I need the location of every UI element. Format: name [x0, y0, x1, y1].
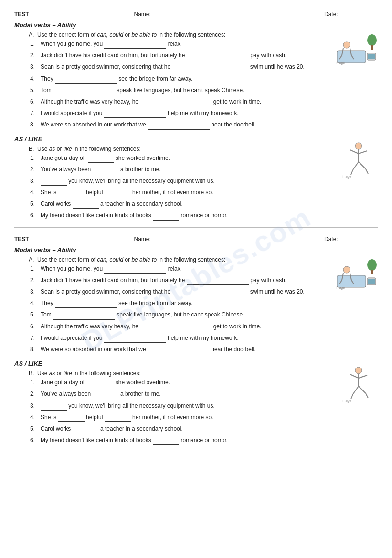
modal-item-1-2: Jack didn't have his credit card on him,…: [41, 51, 378, 60]
section-1: TEST Name: Date: Modal verbs – Ability: [14, 10, 378, 221]
as-like-title-2: AS / LIKE: [14, 360, 378, 367]
part-b-instruction-1: B. Use as or like in the following sente…: [29, 146, 378, 152]
svg-line-33: [350, 374, 359, 378]
as-like-item-2-2: You've always been a brother to me.: [41, 390, 378, 399]
as-like-item-1-2: You've always been a brother to me.: [41, 165, 378, 174]
test-label-2: TEST: [14, 236, 29, 242]
as-like-item-1-3: you know, we'll bring all the necessary …: [41, 177, 378, 186]
as-like-item-1-5: Carol works a teacher in a secondary sch…: [41, 200, 378, 209]
as-like-item-1-6: My friend doesn't like certain kinds of …: [41, 211, 378, 220]
modal-item-2-8: We were so absorbed in our work that we …: [41, 345, 378, 354]
svg-line-13: [350, 150, 359, 154]
as-like-item-2-6: My friend doesn't like certain kinds of …: [41, 436, 378, 445]
modal-item-1-5: Tom speak five languages, but he can't s…: [41, 86, 378, 95]
name-field-1: Name:: [134, 10, 219, 18]
section-2: TEST Name: Date: Modal verbs – Ability i…: [14, 234, 378, 445]
as-like-item-2-3: you know, we'll bring all the necessary …: [41, 401, 378, 411]
as-like-list-2: Jane got a day off she worked overtime. …: [41, 378, 378, 445]
date-field-2: Date:: [324, 234, 378, 242]
as-like-section-2: AS / LIKE image B. Use as or like in the…: [14, 360, 378, 445]
as-like-section-1: AS / LIKE image B. Use as or like in the…: [14, 136, 378, 221]
modal-section-title-1: Modal verbs – Ability: [14, 21, 378, 29]
as-like-item-2-1: Jane got a day off she worked overtime.: [41, 378, 378, 387]
as-like-title-1: AS / LIKE: [14, 136, 378, 143]
as-like-item-1-4: She is helpful her mother, if not even m…: [41, 188, 378, 197]
svg-point-31: [355, 367, 362, 374]
modal-item-2-7: I would appreciate if you help me with m…: [41, 334, 378, 343]
as-like-list-1: Jane got a day off she worked overtime. …: [41, 154, 378, 221]
modal-item-1-7: I would appreciate if you help me with m…: [41, 109, 378, 118]
modal-item-2-5: Tom speak five languages, but he can't s…: [41, 310, 378, 319]
modal-item-1-1: When you go home, you relax.: [41, 40, 378, 49]
modal-section-title-2: Modal verbs – Ability: [14, 246, 378, 253]
modal-item-2-2: Jack didn't have his credit card on him,…: [41, 276, 378, 285]
modal-item-2-1: When you go home, you relax.: [41, 264, 378, 274]
modal-item-2-6: Although the traffic was very heavy, he …: [41, 322, 378, 331]
as-like-item-1-1: Jane got a day off she worked overtime.: [41, 154, 378, 163]
header-row-2: TEST Name: Date:: [14, 234, 378, 242]
modal-item-1-8: We were so absorbed in our work that we …: [41, 120, 378, 129]
modal-item-1-3: Sean is a pretty good swimmer, consideri…: [41, 63, 378, 72]
as-like-item-2-5: Carol works a teacher in a secondary sch…: [41, 424, 378, 433]
modal-item-2-4: They see the bridge from far away.: [41, 299, 378, 308]
part-b-instruction-2: B. Use as or like in the following sente…: [29, 370, 378, 377]
part-a-instruction-2: A. Use the correct form of can, could or…: [29, 256, 378, 263]
modal-item-1-4: They see the bridge from far away.: [41, 74, 378, 84]
modal-list-2: When you go home, you relax. Jack didn't…: [41, 264, 378, 355]
header-row-1: TEST Name: Date:: [14, 10, 378, 18]
svg-point-11: [355, 143, 362, 149]
as-like-item-2-4: She is helpful her mother, if not even m…: [41, 413, 378, 422]
name-field-2: Name:: [134, 234, 219, 242]
test-label-1: TEST: [14, 11, 29, 18]
modal-item-1-6: Although the traffic was very heavy, he …: [41, 97, 378, 106]
part-a-instruction-1: A. Use the correct form of can, could or…: [29, 32, 378, 38]
section-divider: [14, 227, 378, 228]
modal-item-2-3: Sean is a pretty good swimmer, consideri…: [41, 287, 378, 296]
modal-list-1: When you go home, you relax. Jack didn't…: [41, 40, 378, 130]
date-field-1: Date:: [324, 10, 378, 18]
